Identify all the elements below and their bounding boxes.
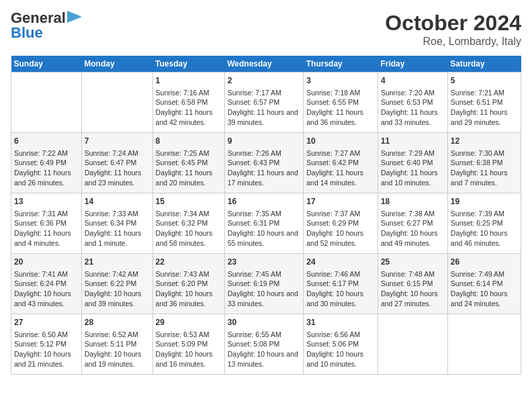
logo: General Blue [11, 11, 82, 40]
day-number: 21 [85, 257, 150, 268]
calendar-header-row: SundayMondayTuesdayWednesdayThursdayFrid… [11, 56, 521, 73]
calendar-cell: 9Sunrise: 7:26 AM Sunset: 6:43 PM Daylig… [224, 133, 304, 193]
calendar-cell: 3Sunrise: 7:18 AM Sunset: 6:55 PM Daylig… [304, 73, 378, 133]
day-info: Sunrise: 7:45 AM Sunset: 6:19 PM Dayligh… [228, 269, 301, 309]
day-number: 11 [381, 136, 445, 147]
col-header-monday: Monday [81, 56, 152, 73]
calendar-cell: 28Sunrise: 6:52 AM Sunset: 5:11 PM Dayli… [81, 314, 152, 375]
day-info: Sunrise: 7:29 AM Sunset: 6:40 PM Dayligh… [381, 148, 445, 188]
calendar-cell: 29Sunrise: 6:53 AM Sunset: 5:09 PM Dayli… [152, 314, 224, 375]
col-header-thursday: Thursday [304, 56, 378, 73]
calendar-cell: 19Sunrise: 7:39 AM Sunset: 6:25 PM Dayli… [447, 193, 521, 254]
day-number: 31 [306, 317, 375, 328]
page-title: October 2024 [385, 11, 521, 36]
day-number: 1 [156, 75, 222, 87]
day-number: 2 [228, 75, 301, 87]
title-block: October 2024 Roe, Lombardy, Italy [385, 11, 521, 48]
day-info: Sunrise: 6:53 AM Sunset: 5:09 PM Dayligh… [156, 330, 222, 369]
day-number: 5 [451, 75, 518, 87]
day-number: 13 [14, 196, 79, 208]
page-subtitle: Roe, Lombardy, Italy [385, 36, 521, 48]
calendar-cell: 1Sunrise: 7:16 AM Sunset: 6:58 PM Daylig… [152, 73, 224, 133]
day-number: 3 [306, 75, 375, 87]
calendar-cell: 15Sunrise: 7:34 AM Sunset: 6:32 PM Dayli… [152, 193, 224, 254]
day-number: 22 [156, 257, 222, 268]
calendar-cell: 18Sunrise: 7:38 AM Sunset: 6:27 PM Dayli… [378, 193, 447, 254]
day-number: 30 [228, 317, 301, 328]
day-info: Sunrise: 7:33 AM Sunset: 6:34 PM Dayligh… [85, 209, 150, 248]
day-info: Sunrise: 7:22 AM Sunset: 6:49 PM Dayligh… [14, 148, 79, 188]
calendar-cell: 30Sunrise: 6:55 AM Sunset: 5:08 PM Dayli… [224, 314, 304, 375]
day-info: Sunrise: 7:17 AM Sunset: 6:57 PM Dayligh… [228, 88, 301, 128]
day-info: Sunrise: 7:26 AM Sunset: 6:43 PM Dayligh… [228, 148, 301, 188]
day-info: Sunrise: 7:42 AM Sunset: 6:22 PM Dayligh… [85, 269, 150, 309]
day-info: Sunrise: 6:55 AM Sunset: 5:08 PM Dayligh… [228, 330, 301, 369]
logo-text: General [11, 11, 66, 26]
calendar-cell [81, 73, 152, 133]
calendar-cell [447, 314, 521, 375]
calendar-cell: 13Sunrise: 7:31 AM Sunset: 6:36 PM Dayli… [11, 193, 82, 254]
calendar-cell: 8Sunrise: 7:25 AM Sunset: 6:45 PM Daylig… [152, 133, 224, 193]
day-info: Sunrise: 6:52 AM Sunset: 5:11 PM Dayligh… [85, 330, 150, 369]
day-number: 6 [14, 136, 79, 147]
day-info: Sunrise: 7:31 AM Sunset: 6:36 PM Dayligh… [14, 209, 79, 248]
day-info: Sunrise: 7:21 AM Sunset: 6:51 PM Dayligh… [451, 88, 518, 128]
calendar-cell: 24Sunrise: 7:46 AM Sunset: 6:17 PM Dayli… [304, 254, 378, 314]
calendar-cell: 5Sunrise: 7:21 AM Sunset: 6:51 PM Daylig… [447, 73, 521, 133]
col-header-tuesday: Tuesday [152, 56, 224, 73]
calendar-cell: 12Sunrise: 7:30 AM Sunset: 6:38 PM Dayli… [447, 133, 521, 193]
day-number: 19 [451, 196, 518, 208]
calendar-table: SundayMondayTuesdayWednesdayThursdayFrid… [11, 56, 521, 375]
day-number: 10 [306, 136, 375, 147]
calendar-cell: 16Sunrise: 7:35 AM Sunset: 6:31 PM Dayli… [224, 193, 304, 254]
day-number: 15 [156, 196, 222, 208]
day-number: 29 [156, 317, 222, 328]
col-header-wednesday: Wednesday [224, 56, 304, 73]
day-info: Sunrise: 7:16 AM Sunset: 6:58 PM Dayligh… [156, 88, 222, 128]
day-number: 4 [381, 75, 445, 87]
day-info: Sunrise: 7:46 AM Sunset: 6:17 PM Dayligh… [306, 269, 375, 309]
calendar-cell: 10Sunrise: 7:27 AM Sunset: 6:42 PM Dayli… [304, 133, 378, 193]
calendar-cell [378, 314, 447, 375]
day-info: Sunrise: 7:39 AM Sunset: 6:25 PM Dayligh… [451, 209, 518, 248]
calendar-cell: 31Sunrise: 6:56 AM Sunset: 5:06 PM Dayli… [304, 314, 378, 375]
calendar-week-row: 27Sunrise: 6:50 AM Sunset: 5:12 PM Dayli… [11, 314, 521, 375]
logo-arrow-icon [67, 11, 82, 23]
day-info: Sunrise: 7:48 AM Sunset: 6:15 PM Dayligh… [381, 269, 445, 309]
day-number: 7 [85, 136, 150, 147]
calendar-cell: 25Sunrise: 7:48 AM Sunset: 6:15 PM Dayli… [378, 254, 447, 314]
day-number: 9 [228, 136, 301, 147]
svg-marker-0 [67, 11, 82, 23]
day-number: 23 [228, 257, 301, 268]
day-number: 14 [85, 196, 150, 208]
calendar-cell: 27Sunrise: 6:50 AM Sunset: 5:12 PM Dayli… [11, 314, 82, 375]
day-number: 28 [85, 317, 150, 328]
day-number: 27 [14, 317, 79, 328]
calendar-cell: 21Sunrise: 7:42 AM Sunset: 6:22 PM Dayli… [81, 254, 152, 314]
col-header-friday: Friday [378, 56, 447, 73]
page-header: General Blue October 2024 Roe, Lombardy,… [11, 11, 521, 48]
calendar-cell: 23Sunrise: 7:45 AM Sunset: 6:19 PM Dayli… [224, 254, 304, 314]
day-info: Sunrise: 7:41 AM Sunset: 6:24 PM Dayligh… [14, 269, 79, 309]
day-number: 18 [381, 196, 445, 208]
day-number: 25 [381, 257, 445, 268]
day-info: Sunrise: 7:38 AM Sunset: 6:27 PM Dayligh… [381, 209, 445, 248]
calendar-week-row: 1Sunrise: 7:16 AM Sunset: 6:58 PM Daylig… [11, 73, 521, 133]
calendar-week-row: 6Sunrise: 7:22 AM Sunset: 6:49 PM Daylig… [11, 133, 521, 193]
day-info: Sunrise: 7:30 AM Sunset: 6:38 PM Dayligh… [451, 148, 518, 188]
calendar-week-row: 13Sunrise: 7:31 AM Sunset: 6:36 PM Dayli… [11, 193, 521, 254]
day-info: Sunrise: 7:34 AM Sunset: 6:32 PM Dayligh… [156, 209, 222, 248]
day-number: 17 [306, 196, 375, 208]
day-info: Sunrise: 7:24 AM Sunset: 6:47 PM Dayligh… [85, 148, 150, 188]
calendar-cell: 17Sunrise: 7:37 AM Sunset: 6:29 PM Dayli… [304, 193, 378, 254]
calendar-cell [11, 73, 82, 133]
calendar-cell: 2Sunrise: 7:17 AM Sunset: 6:57 PM Daylig… [224, 73, 304, 133]
calendar-week-row: 20Sunrise: 7:41 AM Sunset: 6:24 PM Dayli… [11, 254, 521, 314]
col-header-saturday: Saturday [447, 56, 521, 73]
day-info: Sunrise: 7:25 AM Sunset: 6:45 PM Dayligh… [156, 148, 222, 188]
day-info: Sunrise: 7:49 AM Sunset: 6:14 PM Dayligh… [451, 269, 518, 309]
calendar-cell: 20Sunrise: 7:41 AM Sunset: 6:24 PM Dayli… [11, 254, 82, 314]
day-number: 26 [451, 257, 518, 268]
calendar-cell: 26Sunrise: 7:49 AM Sunset: 6:14 PM Dayli… [447, 254, 521, 314]
calendar-cell: 6Sunrise: 7:22 AM Sunset: 6:49 PM Daylig… [11, 133, 82, 193]
